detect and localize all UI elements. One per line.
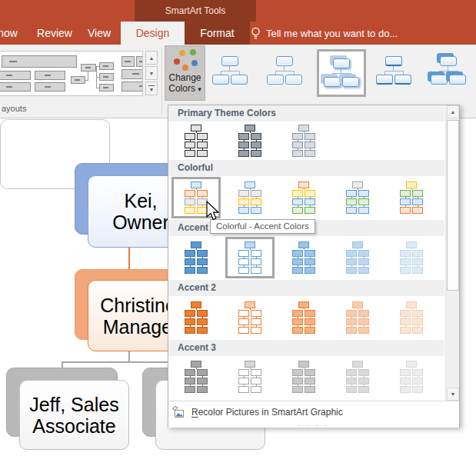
org-box-associate1-line2: Associate — [32, 415, 115, 437]
color-section-row — [168, 121, 444, 160]
org-box-owner-line1: Kei, — [124, 190, 157, 211]
color-scheme-accent1-colored-outline[interactable] — [225, 237, 275, 278]
color-section-row — [168, 356, 444, 398]
tab-view[interactable]: View — [80, 22, 118, 45]
color-dot-icon — [190, 49, 196, 55]
color-scheme-colorful-range-accent-5-6[interactable] — [387, 177, 436, 218]
color-scheme-accent3-colored-fill[interactable] — [171, 357, 221, 396]
style-moderate-effect[interactable] — [371, 49, 421, 97]
color-scheme-colorful-range-accent-4-5[interactable] — [333, 177, 382, 218]
color-scheme-accent2-colored-outline[interactable] — [225, 297, 275, 338]
connector-manager-down — [128, 351, 130, 361]
dropdown-resize-grip[interactable]: · · · · — [168, 421, 459, 429]
color-scheme-accent1-gradient-range[interactable] — [279, 237, 328, 278]
style-subtle-effect[interactable] — [317, 49, 366, 97]
color-scheme-colorful-range-accent-3-4[interactable] — [279, 177, 328, 218]
color-scheme-colorful-range-accent-2-3[interactable] — [225, 177, 275, 218]
color-section-row — [168, 236, 444, 280]
color-scheme-accent3-gradient-loop[interactable] — [333, 357, 382, 396]
tell-me-box[interactable]: Tell me what you want to do... — [251, 22, 398, 45]
color-section-header: Accent 3 — [168, 340, 444, 356]
smartart-tools-contextual-header: SmartArt Tools — [135, 0, 256, 22]
color-scheme-accent2-transparent-gradient[interactable] — [387, 297, 436, 338]
color-scheme-accent3-colored-outline[interactable] — [225, 357, 275, 396]
lightbulb-icon — [251, 26, 261, 41]
color-section-header: Accent 2 — [168, 280, 444, 296]
color-section-header: Colorful — [168, 160, 444, 176]
style-simple-fill[interactable] — [208, 49, 257, 97]
tooltip: Colorful - Accent Colors — [210, 219, 315, 234]
dropdown-caret-icon: ▾ — [198, 85, 201, 93]
color-dot-icon — [191, 60, 198, 66]
layouts-gallery[interactable] — [0, 51, 143, 96]
color-scheme-accent1-gradient-loop[interactable] — [333, 237, 382, 278]
color-dot-icon — [182, 65, 188, 71]
color-scheme-accent1-colored-fill[interactable] — [171, 237, 221, 278]
change-colors-label-line1: Change — [168, 72, 201, 83]
org-box-associate1[interactable]: Jeff, Sales Associate — [19, 380, 129, 450]
title-bar: SmartArt Tools — [0, 0, 476, 22]
ribbon-tab-row: now Review View Design Format Tell me wh… — [0, 22, 476, 45]
style-intense-effect[interactable] — [426, 49, 475, 97]
color-section-row — [168, 296, 444, 340]
layouts-more-button[interactable]: ▼ — [145, 82, 158, 95]
dropdown-footer: Recolor Pictures in SmartArt Graphic · ·… — [168, 401, 459, 428]
scrollbar-up-icon[interactable]: ▲ — [447, 105, 459, 118]
layouts-scroll-up-button[interactable]: ▲ — [145, 51, 158, 65]
tab-design-active[interactable]: Design — [121, 22, 185, 45]
color-scheme-accent3-transparent-gradient[interactable] — [387, 357, 436, 396]
change-colors-icon — [171, 48, 200, 72]
recolor-pictures-label: Recolor Pictures in SmartArt Graphic — [191, 407, 343, 418]
smartart-tools-label: SmartArt Tools — [165, 5, 225, 16]
dropdown-scrollbar[interactable]: ▲ ▼ — [445, 105, 459, 401]
color-scheme-accent2-gradient-range[interactable] — [279, 297, 328, 338]
recolor-pictures-menu-item[interactable]: Recolor Pictures in SmartArt Graphic — [171, 405, 343, 418]
mouse-cursor-icon — [205, 201, 221, 222]
color-scheme-accent3-gradient-range[interactable] — [279, 357, 328, 396]
layouts-group-label: ayouts — [2, 104, 26, 113]
color-scheme-accent2-gradient-loop[interactable] — [333, 297, 382, 338]
color-scheme-accent1-transparent-gradient[interactable] — [387, 237, 436, 278]
color-scheme-colored-fill[interactable] — [279, 122, 328, 158]
style-white-outline[interactable] — [262, 49, 311, 97]
color-scheme-dark-1-outline[interactable] — [171, 122, 221, 158]
tab-format[interactable]: Format — [185, 22, 250, 45]
group-separator — [161, 47, 162, 115]
connector-owner-manager — [128, 248, 130, 269]
tell-me-label: Tell me what you want to do... — [266, 28, 398, 39]
scrollbar-down-icon[interactable]: ▼ — [447, 388, 459, 401]
scrollbar-thumb[interactable] — [447, 120, 459, 291]
color-dot-icon — [174, 58, 180, 65]
org-box-owner-line2: Owner — [112, 211, 169, 233]
color-section-header: Primary Theme Colors — [168, 105, 444, 121]
recolor-pictures-icon — [171, 405, 185, 418]
change-colors-button[interactable]: Change Colors ▾ — [165, 45, 205, 101]
org-box-associate1-line1: Jeff, Sales — [29, 394, 118, 415]
change-colors-label-line2: Colors — [168, 83, 195, 94]
tab-review[interactable]: Review — [31, 22, 78, 45]
color-sections: Primary Theme ColorsColorfulAccent 1Acce… — [168, 105, 444, 398]
color-scheme-accent2-colored-fill[interactable] — [171, 297, 221, 338]
tab-partial[interactable]: now — [0, 22, 25, 45]
change-colors-dropdown: Primary Theme ColorsColorfulAccent 1Acce… — [168, 105, 460, 428]
color-scheme-dark-2-fill[interactable] — [225, 122, 275, 158]
color-dot-icon — [179, 50, 185, 56]
layouts-scroll-down-button[interactable]: ▼ — [145, 66, 158, 80]
